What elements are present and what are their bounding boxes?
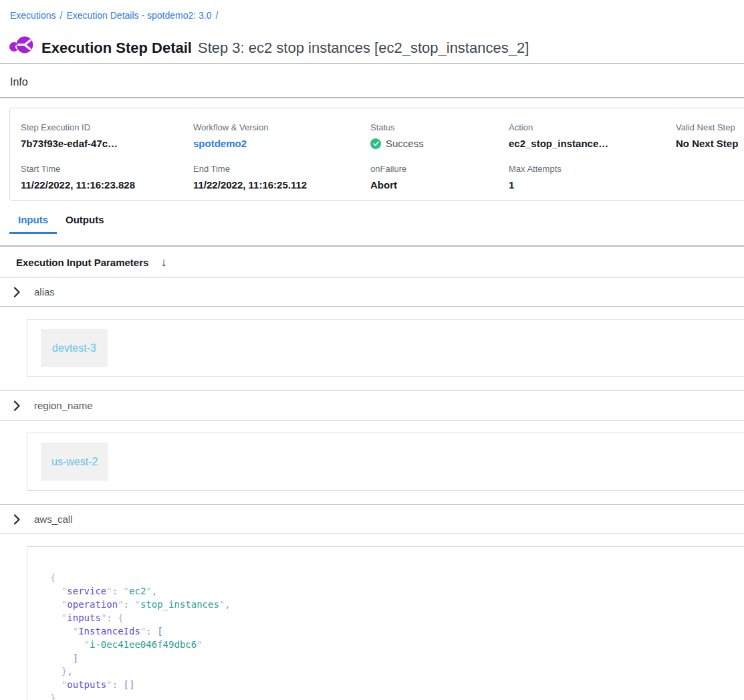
- info-field-value: 11/22/2022, 11:16:25.112: [193, 179, 370, 191]
- info-field-action: Actionec2_stop_instance…: [509, 122, 676, 149]
- section-label: alias: [34, 286, 55, 298]
- tab-outputs[interactable]: Outputs: [57, 214, 113, 234]
- code-line: "i-0ec41ee046f49dbc6": [50, 638, 744, 651]
- code-line: "operation": "stop_instances",: [50, 598, 744, 611]
- info-field-label: onFailure: [370, 164, 509, 174]
- info-field-status: StatusSuccess: [370, 122, 509, 149]
- workflow-version-link[interactable]: spotdemo2: [193, 138, 370, 149]
- page-heading: Execution Step DetailStep 3: ec2 stop in…: [41, 33, 529, 58]
- code-line: "InstanceIds": [: [50, 624, 744, 638]
- breadcrumb: Executions/Execution Details - spotdemo2…: [0, 0, 744, 22]
- params-heading-label: Execution Input Parameters: [16, 257, 148, 268]
- info-section-heading: Info: [10, 76, 744, 88]
- section-divider: [0, 306, 744, 307]
- info-field-workflow-version: Workflow & Versionspotdemo2: [193, 122, 370, 149]
- status-value: Success: [370, 138, 509, 149]
- json-code-block: { "service": "ec2", "operation": "stop_i…: [50, 571, 744, 700]
- section-divider: [0, 534, 744, 534]
- info-field-label: Workflow & Version: [193, 122, 370, 132]
- tab-inputs[interactable]: Inputs: [9, 214, 57, 234]
- info-field-label: Action: [509, 122, 676, 132]
- info-field-start-time: Start Time11/22/2022, 11:16:23.828: [21, 164, 193, 191]
- section-panel-alias: devtest-3: [27, 319, 744, 377]
- info-field-value: Abort: [370, 179, 509, 191]
- workflow-logo-icon: [9, 35, 33, 56]
- page-title: Execution Step Detail: [41, 39, 192, 56]
- info-field-label: Valid Next Step: [676, 122, 744, 132]
- code-line: "service": "ec2",: [50, 584, 744, 598]
- section-divider: [0, 420, 744, 421]
- param-value-chip: devtest-3: [41, 329, 108, 367]
- breadcrumb-link[interactable]: Execution Details - spotdemo2: 3.0: [66, 10, 211, 21]
- page-subtitle: Step 3: ec2 stop instances [ec2_stop_ins…: [198, 39, 529, 56]
- tab-bar: InputsOutputs: [9, 214, 744, 234]
- param-sections: aliasdevtest-3region_nameus-west-2aws_ca…: [0, 277, 744, 700]
- section-row-alias[interactable]: alias: [0, 277, 744, 306]
- code-line: {: [50, 571, 744, 584]
- info-field-label: Max Attempts: [509, 164, 676, 174]
- success-check-icon: [370, 138, 381, 149]
- tabs-divider: [0, 245, 744, 247]
- chevron-right-icon: [13, 400, 23, 411]
- info-field-value: 7b73f93e-edaf-47c…: [21, 138, 193, 149]
- code-line: }: [50, 691, 744, 700]
- section-row-aws_call[interactable]: aws_call: [0, 505, 744, 534]
- execution-step-detail-page: Executions/Execution Details - spotdemo2…: [0, 0, 744, 700]
- breadcrumb-separator: /: [216, 10, 219, 21]
- info-field-value: 11/22/2022, 11:16:23.828: [21, 179, 193, 191]
- params-heading: Execution Input Parameters ↓: [16, 255, 744, 269]
- code-line: "inputs": {: [50, 611, 744, 624]
- info-field-value: No Next Step: [676, 138, 744, 149]
- info-field-valid-next-step: Valid Next StepNo Next Step: [676, 122, 744, 149]
- chevron-right-icon: [13, 287, 23, 298]
- info-field-label: Step Execution ID: [21, 122, 193, 132]
- info-field-step-execution-id: Step Execution ID7b73f93e-edaf-47c…: [21, 122, 193, 149]
- info-divider: [0, 97, 744, 98]
- section-row-region_name[interactable]: region_name: [0, 391, 744, 420]
- info-field-end-time: End Time11/22/2022, 11:16:25.112: [193, 164, 370, 191]
- section-label: region_name: [34, 400, 93, 411]
- info-field-onfailure: onFailureAbort: [370, 164, 509, 191]
- code-line: ]: [50, 651, 744, 665]
- info-field-max-attempts: Max Attempts1: [509, 164, 676, 191]
- section-panel-aws_call: { "service": "ec2", "operation": "stop_i…: [27, 546, 744, 700]
- info-field-label: Status: [370, 122, 509, 132]
- info-card: Step Execution ID7b73f93e-edaf-47c…Workf…: [9, 108, 744, 201]
- header-divider: [0, 63, 744, 64]
- download-icon[interactable]: ↓: [160, 255, 166, 269]
- page-header: Execution Step DetailStep 3: ec2 stop in…: [9, 32, 744, 59]
- info-field-value: 1: [509, 179, 676, 191]
- code-line: "outputs": []: [50, 678, 744, 691]
- code-line: },: [50, 665, 744, 678]
- breadcrumb-separator: /: [59, 10, 62, 21]
- breadcrumb-link[interactable]: Executions: [10, 10, 55, 21]
- status-text: Success: [386, 138, 424, 149]
- info-field-label: Start Time: [21, 164, 193, 174]
- info-field-value: ec2_stop_instance…: [509, 138, 676, 149]
- section-label: aws_call: [34, 513, 73, 525]
- section-panel-region_name: us-west-2: [27, 433, 744, 491]
- chevron-right-icon: [13, 514, 23, 525]
- info-field-label: End Time: [193, 164, 370, 174]
- param-value-chip: us-west-2: [41, 443, 108, 481]
